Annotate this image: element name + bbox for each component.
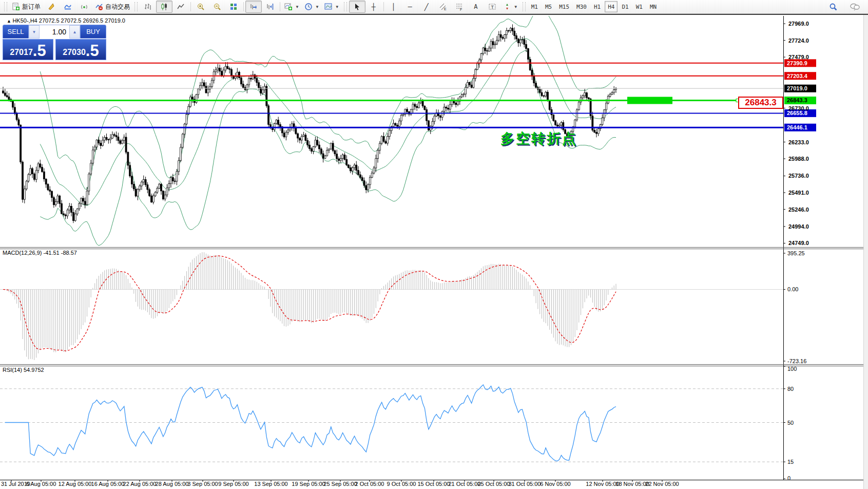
vertical-scrollbar[interactable] xyxy=(863,15,868,489)
chart-window[interactable]: 27390.927203.427019.026843.326655.826446… xyxy=(0,14,868,489)
svg-text:13 Sep 05:00: 13 Sep 05:00 xyxy=(254,481,287,487)
svg-text:9 Oct 05:00: 9 Oct 05:00 xyxy=(387,481,416,487)
templates-dropdown-arrow[interactable]: ▼ xyxy=(335,5,339,9)
fibonacci-button[interactable]: F xyxy=(451,1,468,13)
svg-text:9 Sep 05:00: 9 Sep 05:00 xyxy=(218,481,248,487)
tile-windows-button[interactable] xyxy=(225,1,242,13)
svg-text:-723.16: -723.16 xyxy=(787,358,806,364)
one-click-trading-panel: SELL ▼ ▲ BUY 27017.5 27030.5 xyxy=(3,25,106,60)
cursor-button[interactable] xyxy=(349,1,365,13)
chat-icon xyxy=(850,3,860,11)
svg-text:25 Sep 05:00: 25 Sep 05:00 xyxy=(323,481,357,487)
svg-text:27479.0: 27479.0 xyxy=(788,54,809,60)
sell-button[interactable]: SELL xyxy=(3,25,29,39)
indicators-icon xyxy=(284,3,293,11)
svg-text:26843.3: 26843.3 xyxy=(787,97,807,103)
indicators-dropdown-arrow[interactable]: ▼ xyxy=(295,5,299,9)
signals-icon xyxy=(80,3,88,11)
buy-price-frac: .5 xyxy=(86,43,99,59)
svg-text:3 Sep 05:00: 3 Sep 05:00 xyxy=(187,481,218,487)
svg-text:25 Oct 05:00: 25 Oct 05:00 xyxy=(478,481,510,487)
price-level-box-annotation[interactable]: 26843.3 xyxy=(738,97,783,109)
svg-text:50: 50 xyxy=(787,420,794,426)
rsi-line xyxy=(5,385,616,461)
svg-text:31 Oct 05:00: 31 Oct 05:00 xyxy=(509,481,541,487)
new-order-button[interactable]: 新订单 xyxy=(9,1,43,13)
signals-button[interactable] xyxy=(76,1,92,13)
market-watch-icon xyxy=(64,3,72,11)
toolbar-grip[interactable] xyxy=(4,2,7,11)
auto-scroll-button[interactable] xyxy=(245,1,262,13)
arrows-dropdown-arrow[interactable]: ▼ xyxy=(514,5,518,9)
zoom-in-button[interactable] xyxy=(192,1,209,13)
timeframe-toolbar: M1M5M15M30H1H4D1W1MN xyxy=(528,1,661,12)
chart-shift-button[interactable] xyxy=(262,1,278,13)
sell-price-main: 27017 xyxy=(10,46,33,59)
svg-text:25491.0: 25491.0 xyxy=(788,190,809,196)
templates-button[interactable]: ▼ xyxy=(322,1,342,13)
svg-text:0.00: 0.00 xyxy=(787,286,798,292)
svg-text:27019.0: 27019.0 xyxy=(787,85,807,91)
line-chart-button[interactable] xyxy=(172,1,189,13)
svg-text:25988.0: 25988.0 xyxy=(788,156,809,162)
fibonacci-icon: F xyxy=(455,3,464,11)
svg-text:15: 15 xyxy=(787,459,794,465)
text-label-button[interactable]: T xyxy=(484,1,500,13)
zoom-out-button[interactable] xyxy=(209,1,225,13)
arrows-button[interactable]: ▼ xyxy=(500,1,520,13)
channel-button[interactable]: E xyxy=(435,1,451,13)
crosshair-button[interactable]: ┼ xyxy=(365,1,382,13)
volume-increase-button[interactable]: ▲ xyxy=(69,25,80,39)
search-button[interactable] xyxy=(825,1,841,13)
svg-text:F: F xyxy=(460,8,462,11)
timeframe-button-m5[interactable]: M5 xyxy=(542,1,555,12)
horizontal-line-button[interactable]: ─ xyxy=(402,1,418,13)
toolbar-grip[interactable] xyxy=(134,2,138,11)
collapse-arrow-icon[interactable] xyxy=(7,17,12,24)
svg-text:16 Aug 05:00: 16 Aug 05:00 xyxy=(91,481,125,487)
volume-decrease-button[interactable]: ▼ xyxy=(29,25,40,39)
new-order-label: 新订单 xyxy=(22,3,41,11)
vertical-line-button[interactable]: │ xyxy=(385,1,402,13)
bar-chart-button[interactable] xyxy=(140,1,156,13)
timeframe-button-h4[interactable]: H4 xyxy=(605,1,618,12)
timeframe-button-mn[interactable]: MN xyxy=(647,1,660,12)
autotrading-button[interactable]: 自动交易 xyxy=(92,1,132,13)
timeframe-button-m15[interactable]: M15 xyxy=(556,1,572,12)
line-chart-icon xyxy=(177,3,185,11)
main-toolbar: 新订单 自动交易 xyxy=(0,0,868,14)
market-watch-button[interactable] xyxy=(60,1,76,13)
metaeditor-button[interactable] xyxy=(43,1,60,13)
svg-text:24994.0: 24994.0 xyxy=(788,223,809,230)
toolbar-grip[interactable] xyxy=(523,2,526,11)
timeframe-button-m1[interactable]: M1 xyxy=(528,1,541,12)
trendline-button[interactable]: ╱ xyxy=(418,1,435,13)
vertical-line-icon: │ xyxy=(392,4,396,10)
svg-text:26730.0: 26730.0 xyxy=(788,105,809,111)
indicators-button[interactable]: ▼ xyxy=(282,1,302,13)
periods-dropdown-arrow[interactable]: ▼ xyxy=(315,5,319,9)
timeframe-button-h1[interactable]: H1 xyxy=(591,1,604,12)
svg-text:18 Nov 05:00: 18 Nov 05:00 xyxy=(615,481,649,487)
svg-text:27390.9: 27390.9 xyxy=(787,60,807,66)
volume-input[interactable] xyxy=(40,25,69,39)
timeframe-button-w1[interactable]: W1 xyxy=(633,1,646,12)
svg-text:80: 80 xyxy=(787,386,794,392)
svg-text:27203.4: 27203.4 xyxy=(787,73,808,79)
sell-price-display[interactable]: 27017.5 xyxy=(3,39,53,60)
candlestick-chart-button[interactable] xyxy=(156,1,172,13)
buy-price-display[interactable]: 27030.5 xyxy=(55,39,106,60)
rsi-label: RSI(14) 54.9752 xyxy=(3,367,44,373)
rsi-panel xyxy=(0,385,783,462)
chart-canvas[interactable]: 27390.927203.427019.026843.326655.826446… xyxy=(0,15,868,489)
text-label-icon: T xyxy=(488,3,496,11)
timeframe-button-m30[interactable]: M30 xyxy=(573,1,590,12)
buy-button[interactable]: BUY xyxy=(80,25,106,39)
timeframe-button-d1[interactable]: D1 xyxy=(619,1,631,12)
periods-button[interactable]: ▼ xyxy=(302,1,322,13)
text-button[interactable]: A xyxy=(468,1,484,13)
chat-button[interactable] xyxy=(846,1,863,13)
toolbar-grip[interactable] xyxy=(344,2,347,11)
turning-point-annotation[interactable]: 多空转折点 xyxy=(500,129,577,148)
metaeditor-icon xyxy=(47,3,55,11)
